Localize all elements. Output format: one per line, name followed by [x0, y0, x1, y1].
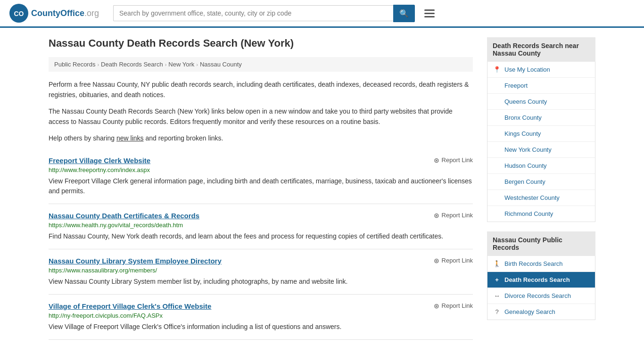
svg-text:CO: CO [14, 10, 24, 17]
sidebar: Death Records Search near Nassau County … [487, 37, 595, 340]
report-icon-0: ⊛ [434, 156, 439, 164]
nearby-link-8[interactable]: Westchester County [487, 190, 595, 206]
public-records-item-0: 🚶 Birth Records Search [487, 256, 595, 272]
result-title-0[interactable]: Freeport Village Clerk Website [49, 156, 150, 165]
report-link-1[interactable]: ⊛ Report Link [434, 212, 473, 219]
nearby-item-6: Hudson County [487, 158, 595, 174]
public-records-list: 🚶 Birth Records Search + Death Records S… [487, 256, 595, 320]
new-links-link[interactable]: new links [116, 134, 144, 142]
result-desc-3: View Village of Freeport Village Clerk's… [49, 322, 473, 332]
nearby-item-8: Westchester County [487, 190, 595, 206]
pr-label-0: Birth Records Search [504, 260, 563, 267]
public-records-link-2[interactable]: ↔ Divorce Records Search [487, 288, 595, 304]
report-link-3[interactable]: ⊛ Report Link [434, 302, 473, 310]
pr-icon-3: ? [493, 308, 501, 315]
result-url-0[interactable]: http://www.freeportny.com/index.aspx [49, 166, 473, 173]
description-1: Perform a free Nassau County, NY public … [49, 79, 473, 100]
result-title-3[interactable]: Village of Freeport Village Clerk's Offi… [49, 302, 211, 310]
nearby-link-7[interactable]: Bergen County [487, 174, 595, 189]
description-3: Help others by sharing new links and rep… [49, 133, 473, 143]
nearby-label-3: Bronx County [504, 114, 542, 121]
public-records-link-1[interactable]: + Death Records Search [487, 272, 595, 288]
result-url-1[interactable]: https://www.health.ny.gov/vital_records/… [49, 222, 473, 229]
nearby-link-2[interactable]: Queens County [487, 94, 595, 109]
result-item-1: Nassau County Death Certificates & Recor… [49, 204, 473, 249]
nearby-list: 📍Use My LocationFreeportQueens CountyBro… [487, 62, 595, 222]
nearby-label-9: Richmond County [504, 210, 553, 217]
result-header-3: Village of Freeport Village Clerk's Offi… [49, 302, 473, 312]
report-label-3: Report Link [442, 302, 473, 309]
nearby-link-6[interactable]: Hudson County [487, 158, 595, 173]
result-header-0: Freeport Village Clerk Website ⊛ Report … [49, 156, 473, 166]
nearby-link-5[interactable]: New York County [487, 142, 595, 157]
nearby-item-4: Kings County [487, 126, 595, 142]
location-icon: 📍 [493, 66, 501, 73]
report-icon-3: ⊛ [434, 302, 439, 310]
breadcrumb: Public Records › Death Records Search › … [49, 57, 473, 72]
nearby-label-4: Kings County [504, 130, 541, 137]
nearby-section: Death Records Search near Nassau County … [487, 37, 595, 222]
result-item-3: Village of Freeport Village Clerk's Offi… [49, 295, 473, 340]
result-desc-0: View Freeport Village Clerk general info… [49, 176, 473, 196]
left-column: Nassau County Death Records Search (New … [49, 37, 473, 340]
public-records-item-3: ? Genealogy Search [487, 304, 595, 320]
nearby-link-1[interactable]: Freeport [487, 78, 595, 93]
logo-text: CountyOffice.org [31, 8, 99, 18]
public-records-section: Nassau County Public Records 🚶 Birth Rec… [487, 231, 595, 320]
public-records-link-3[interactable]: ? Genealogy Search [487, 304, 595, 320]
nearby-item-2: Queens County [487, 94, 595, 110]
description-3-pre: Help others by sharing [49, 134, 116, 142]
breadcrumb-sep-2: › [165, 62, 167, 67]
breadcrumb-public-records[interactable]: Public Records [54, 61, 95, 68]
result-header-1: Nassau County Death Certificates & Recor… [49, 212, 473, 222]
nearby-label-6: Hudson County [504, 162, 547, 169]
nearby-link-3[interactable]: Bronx County [487, 110, 595, 125]
public-records-link-0[interactable]: 🚶 Birth Records Search [487, 256, 595, 272]
pr-label-1: Death Records Search [504, 276, 570, 283]
report-label-0: Report Link [442, 156, 473, 164]
result-title-1[interactable]: Nassau County Death Certificates & Recor… [49, 212, 199, 220]
menu-button[interactable] [424, 9, 435, 17]
breadcrumb-sep-1: › [97, 62, 99, 67]
pr-icon-0: 🚶 [493, 260, 501, 267]
result-desc-1: Find Nassau County, New York death recor… [49, 231, 473, 241]
breadcrumb-death-records[interactable]: Death Records Search [101, 61, 163, 68]
header: CO CountyOffice.org 🔍 [0, 0, 644, 28]
nearby-label-8: Westchester County [504, 194, 560, 201]
nearby-item-9: Richmond County [487, 206, 595, 222]
report-icon-2: ⊛ [434, 257, 439, 264]
pr-label-3: Genealogy Search [504, 308, 555, 315]
result-url-2[interactable]: https://www.nassaulibrary.org/members/ [49, 267, 473, 274]
report-label-2: Report Link [442, 257, 473, 264]
logo-icon: CO [9, 4, 28, 23]
breadcrumb-sep-3: › [196, 62, 198, 67]
logo-suffix: .org [84, 8, 99, 18]
nearby-label-0: Use My Location [504, 66, 550, 73]
nearby-item-3: Bronx County [487, 110, 595, 126]
nearby-link-4[interactable]: Kings County [487, 126, 595, 141]
nearby-heading: Death Records Search near Nassau County [487, 37, 595, 62]
result-header-2: Nassau County Library System Employee Di… [49, 257, 473, 267]
report-icon-1: ⊛ [434, 212, 439, 219]
report-link-0[interactable]: ⊛ Report Link [434, 156, 473, 164]
result-desc-2: View Nassau County Library System member… [49, 277, 473, 287]
nearby-label-5: New York County [504, 146, 552, 153]
nearby-link-0[interactable]: 📍Use My Location [487, 62, 595, 77]
description-2: The Nassau County Death Records Search (… [49, 106, 473, 127]
logo-name: CountyOffice [31, 8, 84, 18]
result-item-0: Freeport Village Clerk Website ⊛ Report … [49, 149, 473, 204]
result-title-2[interactable]: Nassau County Library System Employee Di… [49, 257, 222, 265]
search-button[interactable]: 🔍 [393, 5, 415, 22]
breadcrumb-new-york[interactable]: New York [168, 61, 194, 68]
result-item-2: Nassau County Library System Employee Di… [49, 249, 473, 295]
nearby-link-9[interactable]: Richmond County [487, 206, 595, 222]
breadcrumb-nassau-county[interactable]: Nassau County [200, 61, 242, 68]
public-records-item-1: + Death Records Search [487, 272, 595, 288]
search-input[interactable] [113, 5, 393, 21]
public-records-heading: Nassau County Public Records [487, 231, 595, 256]
result-url-3[interactable]: http://ny-freeport.civicplus.com/FAQ.ASP… [49, 312, 473, 319]
main-content: Nassau County Death Records Search (New … [39, 28, 605, 349]
page-title: Nassau County Death Records Search (New … [49, 37, 473, 49]
report-link-2[interactable]: ⊛ Report Link [434, 257, 473, 264]
nearby-label-2: Queens County [504, 98, 547, 105]
